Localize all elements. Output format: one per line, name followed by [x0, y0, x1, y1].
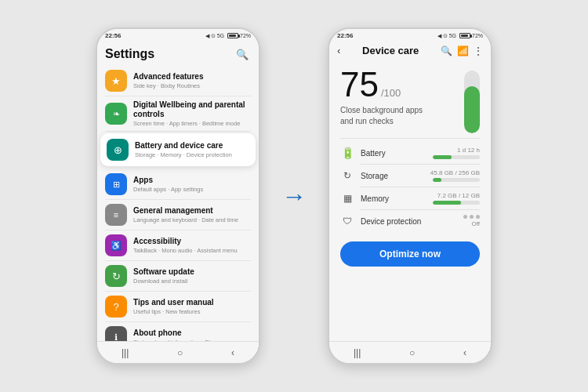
storage-bar: [433, 178, 480, 182]
left-status-icons: ◀ ⊙ 5G 72%: [205, 33, 251, 39]
back-button[interactable]: ‹: [337, 45, 340, 56]
care-item-protection[interactable]: 🛡 Device protection Off: [329, 210, 491, 232]
battery-care-icon: ⊕: [107, 139, 129, 161]
memory-label: Memory: [361, 194, 426, 203]
tips-icon: ?: [105, 296, 127, 318]
settings-item-wellbeing[interactable]: ❧ Digital Wellbeing and parental control…: [97, 96, 259, 131]
storage-value: 45.8 GB / 256 GB: [430, 169, 480, 176]
settings-header: Settings 🔍: [97, 41, 259, 66]
protection-dots: [463, 215, 480, 219]
settings-item-tips[interactable]: ? Tips and user manual Useful tips · New…: [97, 292, 259, 321]
settings-title: Settings: [105, 47, 154, 61]
right-bottom-nav: ||| ○ ‹: [329, 341, 491, 363]
scene: 22:56 ◀ ⊙ 5G 72% Settings 🔍 ★ Adva: [0, 0, 588, 392]
battery-bar: [433, 155, 480, 159]
general-icon: ≡: [105, 204, 127, 226]
apps-sub: Default apps · App settings: [133, 186, 251, 193]
settings-item-accessibility[interactable]: ♿ Accessibility TalkBack · Mono audio · …: [97, 230, 259, 260]
protection-label: Device protection: [361, 217, 457, 226]
settings-item-general[interactable]: ≡ General management Language and keyboa…: [97, 200, 259, 230]
wellbeing-sub: Screen time · App timers · Bedtime mode: [133, 120, 251, 127]
advanced-sub: Side key · Bixby Routines: [133, 82, 251, 89]
right-time: 22:56: [337, 32, 353, 39]
settings-item-software[interactable]: ↻ Software update Download and install: [97, 261, 259, 291]
nav-back[interactable]: ‹: [225, 344, 241, 361]
right-nav-recent[interactable]: |||: [347, 344, 367, 361]
tips-title: Tips and user manual: [133, 298, 251, 307]
settings-item-battery-care[interactable]: ⊕ Battery and device care Storage · Memo…: [100, 133, 256, 166]
accessibility-icon: ♿: [105, 234, 127, 256]
wellbeing-title: Digital Wellbeing and parental controls: [133, 100, 251, 119]
score-description: Close background appsand run checks: [340, 105, 423, 127]
search-button[interactable]: 🔍: [234, 45, 251, 63]
battery-care-title: Battery and device care: [135, 141, 249, 151]
accessibility-title: Accessibility: [133, 237, 251, 246]
accessibility-sub: TalkBack · Mono audio · Assistant menu: [133, 247, 251, 254]
storage-care-icon: ↻: [340, 170, 354, 181]
score-section: 75 /100 Close background appsand run che…: [329, 60, 491, 138]
optimize-button[interactable]: Optimize now: [340, 241, 480, 267]
arrow-container: →: [274, 182, 314, 211]
general-sub: Language and keyboard · Date and time: [133, 216, 251, 223]
care-item-battery[interactable]: 🔋 Battery 1 d 12 h: [329, 142, 491, 164]
memory-value: 7.2 GB / 12 GB: [437, 192, 480, 199]
right-status-icons: ◀ ⊙ 5G 72%: [437, 33, 483, 39]
battery-icon: [227, 33, 238, 38]
battery-bar-fill: [433, 155, 452, 159]
care-items: 🔋 Battery 1 d 12 h ↻ Storage 45.8 GB / 2…: [329, 139, 491, 235]
right-nav-back[interactable]: ‹: [457, 344, 473, 361]
tips-sub: Useful tips · New features: [133, 308, 251, 315]
advanced-title: Advanced features: [133, 72, 251, 82]
more-icon[interactable]: ⋮: [474, 45, 483, 56]
score-bar: [464, 71, 480, 133]
settings-list: ★ Advanced features Side key · Bixby Rou…: [97, 66, 259, 352]
optimize-section: Optimize now: [329, 235, 491, 270]
wellbeing-icon: ❧: [105, 103, 127, 125]
right-nav-home[interactable]: ○: [403, 344, 421, 361]
nav-recent[interactable]: |||: [115, 344, 135, 361]
advanced-icon: ★: [105, 70, 127, 92]
right-battery-icon: [459, 33, 470, 38]
score-bar-fill: [464, 86, 480, 133]
right-phone: 22:56 ◀ ⊙ 5G 72% ‹ Device care 🔍 📶 ⋮: [328, 27, 492, 365]
battery-value: 1 d 12 h: [457, 147, 480, 154]
apps-title: Apps: [133, 176, 251, 185]
software-icon: ↻: [105, 265, 127, 287]
score-number: 75: [340, 67, 379, 102]
signal-icon: 📶: [457, 45, 469, 56]
battery-care-icon: 🔋: [340, 147, 354, 159]
about-title: About phone: [133, 328, 251, 338]
device-care-header: ‹ Device care 🔍 📶 ⋮: [329, 41, 491, 60]
score-denom: /100: [381, 88, 401, 98]
storage-label: Storage: [361, 172, 424, 180]
storage-bar-fill: [433, 178, 441, 182]
software-sub: Download and install: [133, 278, 251, 285]
software-title: Software update: [133, 267, 251, 277]
right-status-bar: 22:56 ◀ ⊙ 5G 72%: [329, 29, 491, 41]
memory-bar: [433, 201, 480, 205]
device-care-title: Device care: [362, 45, 419, 56]
general-title: General management: [133, 206, 251, 216]
battery-label: Battery: [361, 149, 426, 158]
memory-bar-fill: [433, 201, 461, 205]
left-bottom-nav: ||| ○ ‹: [97, 341, 259, 363]
settings-item-apps[interactable]: ⊞ Apps Default apps · App settings: [97, 168, 259, 199]
search-icon[interactable]: 🔍: [441, 45, 452, 56]
battery-care-sub: Storage · Memory · Device protection: [135, 151, 249, 158]
apps-icon: ⊞: [105, 173, 127, 195]
transition-arrow: →: [281, 182, 307, 211]
settings-item-advanced[interactable]: ★ Advanced features Side key · Bixby Rou…: [97, 66, 259, 96]
protection-care-icon: 🛡: [340, 216, 354, 227]
protection-value: Off: [471, 220, 480, 227]
memory-care-icon: ▦: [340, 193, 354, 204]
care-item-storage[interactable]: ↻ Storage 45.8 GB / 256 GB: [329, 165, 491, 187]
left-status-bar: 22:56 ◀ ⊙ 5G 72%: [97, 29, 259, 41]
care-item-memory[interactable]: ▦ Memory 7.2 GB / 12 GB: [329, 187, 491, 209]
header-icons: 🔍 📶 ⋮: [441, 45, 483, 56]
left-time: 22:56: [105, 32, 121, 39]
nav-home[interactable]: ○: [171, 344, 189, 361]
left-phone: 22:56 ◀ ⊙ 5G 72% Settings 🔍 ★ Adva: [96, 27, 260, 365]
